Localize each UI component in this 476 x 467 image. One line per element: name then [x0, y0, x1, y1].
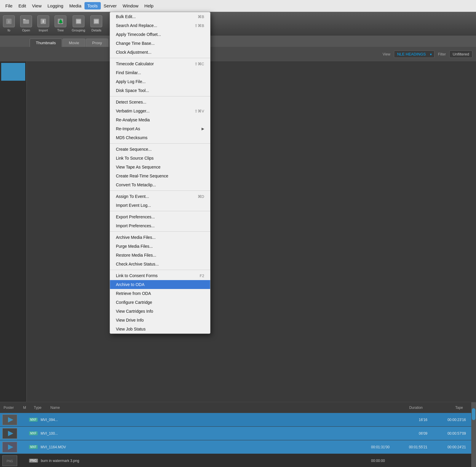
- table-row[interactable]: MXF MVI_1164.MOV 00:01:31'00 00:01:55'21…: [0, 440, 476, 454]
- scrollbar[interactable]: [471, 402, 476, 467]
- menu-shortcut-link-consent: F2: [200, 274, 204, 278]
- menu-item-apply-timecode[interactable]: Apply Timecode Offset...: [110, 30, 210, 39]
- bottom-panel: Poster M Type Name Duration Tape MXF MVI…: [0, 402, 476, 467]
- menu-item-apply-log[interactable]: Apply Log File...: [110, 77, 210, 86]
- table-row[interactable]: PNG PNG burn in watermark 3.png 00:00:00: [0, 454, 476, 467]
- menu-media[interactable]: Media: [66, 2, 84, 9]
- menu-item-view-tape[interactable]: View Tape As Sequence: [110, 163, 210, 171]
- menu-server[interactable]: Server: [101, 2, 120, 9]
- row2-name: MVI_100...: [41, 431, 219, 436]
- menu-item-create-sequence[interactable]: Create Sequence...: [110, 145, 210, 154]
- menu-item-restore-media[interactable]: Restore Media Files...: [110, 251, 210, 260]
- menu-separator: [110, 270, 210, 270]
- toolbar-tree-label: Tree: [57, 28, 64, 32]
- menu-item-clock-adjustment[interactable]: Clock Adjustment...: [110, 48, 210, 57]
- menu-window[interactable]: Window: [120, 2, 141, 9]
- toolbar-details[interactable]: Details: [90, 15, 102, 32]
- menu-arrow-re-import: ▶: [202, 127, 204, 131]
- tab-movie[interactable]: Movie: [63, 39, 85, 47]
- menu-item-link-source[interactable]: Link To Source Clips: [110, 154, 210, 163]
- menu-file[interactable]: File: [2, 2, 15, 9]
- nle-header: untitled View NLE HEADINGS Filter Unfilt…: [0, 47, 476, 62]
- menu-item-search-replace[interactable]: Search And Replace...⇧⌘B: [110, 21, 210, 30]
- menu-item-export-prefs[interactable]: Export Preferences...: [110, 212, 210, 221]
- menu-help[interactable]: Help: [141, 2, 156, 9]
- menu-item-label-find-similar: Find Similar...: [116, 70, 141, 75]
- menu-item-label-apply-log: Apply Log File...: [116, 79, 146, 84]
- menu-item-bulk-edit[interactable]: Bulk Edit...⌘B: [110, 12, 210, 21]
- menu-item-label-restore-media: Restore Media Files...: [116, 253, 156, 258]
- menu-item-convert-metaclip[interactable]: Convert To Metaclip...: [110, 180, 210, 189]
- view-label: View: [383, 52, 390, 56]
- menu-item-link-consent[interactable]: Link to Consent FormsF2: [110, 271, 210, 280]
- svg-text:⬇: ⬇: [41, 19, 45, 24]
- col-m: M: [23, 406, 29, 410]
- menu-item-create-realtime[interactable]: Create Real-Time Sequence: [110, 171, 210, 180]
- toolbar-info-label: fo: [7, 28, 10, 32]
- menu-item-purge-media[interactable]: Purge Media Files...: [110, 242, 210, 251]
- table-row[interactable]: MXF MVI_100... 06'09 00:00:57'09: [0, 427, 476, 440]
- menu-item-label-purge-media: Purge Media Files...: [116, 244, 153, 249]
- tools-menu: Bulk Edit...⌘BSearch And Replace...⇧⌘BAp…: [110, 12, 210, 334]
- menu-logging[interactable]: Logging: [44, 2, 66, 9]
- toolbar-import[interactable]: ⬇ Import: [37, 15, 49, 32]
- row1-name: MVI_094...: [41, 418, 219, 422]
- menu-item-label-apply-timecode: Apply Timecode Offset...: [116, 32, 161, 37]
- scrollbar-thumb: [472, 408, 475, 420]
- row4-type: PNG: [29, 459, 38, 463]
- menu-separator: [110, 58, 210, 58]
- menu-shortcut-bulk-edit: ⌘B: [198, 15, 204, 19]
- toolbar-tree[interactable]: 🌲 Tree: [55, 15, 66, 32]
- menu-item-label-view-tape: View Tape As Sequence: [116, 165, 161, 169]
- menu-item-view-drive[interactable]: View Drive Info: [110, 316, 210, 325]
- menu-item-assign-event[interactable]: Assign To Event...⌘D: [110, 192, 210, 201]
- menu-item-find-similar[interactable]: Find Similar...: [110, 68, 210, 77]
- table-row[interactable]: MXF MVI_094... 16'16 00:00:23'16: [0, 413, 476, 427]
- menu-tools[interactable]: Tools: [84, 2, 101, 9]
- menu-item-re-import[interactable]: Re-Import As▶: [110, 124, 210, 133]
- tab-thumbnails[interactable]: Thumbnails: [30, 39, 62, 47]
- row3-type: MXF: [29, 445, 38, 449]
- menu-item-label-search-replace: Search And Replace...: [116, 23, 157, 28]
- menu-item-label-re-import: Re-Import As: [116, 126, 140, 131]
- menu-item-detect-scenes[interactable]: Detect Scenes...: [110, 98, 210, 107]
- toolbar-import-label: Import: [39, 28, 48, 32]
- menu-item-archive-oda[interactable]: Archive to ODA: [110, 280, 210, 289]
- menu-item-label-disk-space: Disk Space Tool...: [116, 88, 149, 93]
- menu-item-label-archive-media: Archive Media Files...: [116, 235, 156, 240]
- left-panel-item: [1, 63, 25, 81]
- menu-item-view-job[interactable]: View Job Status: [110, 325, 210, 333]
- menu-edit[interactable]: Edit: [15, 2, 29, 9]
- menu-item-md5[interactable]: MD5 Checksums: [110, 133, 210, 142]
- menu-item-timecode-calc[interactable]: Timecode Calculator⇧⌘C: [110, 59, 210, 68]
- toolbar-details-label: Details: [91, 28, 101, 32]
- menu-item-configure-cartridge[interactable]: Configure Cartridge: [110, 298, 210, 307]
- tab-proxy[interactable]: Proxy: [86, 39, 108, 47]
- toolbar-grouping[interactable]: Grouping: [72, 15, 85, 32]
- menu-item-view-cartridges[interactable]: View Cartridges Info: [110, 307, 210, 316]
- menu-item-check-archive[interactable]: Check Archive Status...: [110, 260, 210, 269]
- svg-text:🌲: 🌲: [58, 19, 63, 24]
- menu-item-disk-space[interactable]: Disk Space Tool...: [110, 86, 210, 95]
- menubar: File Edit View Logging Media Tools Serve…: [0, 0, 476, 12]
- info-icon: i: [3, 15, 15, 27]
- menu-item-archive-media[interactable]: Archive Media Files...: [110, 233, 210, 242]
- toolbar-info[interactable]: i fo: [3, 15, 15, 32]
- menu-item-label-change-time-base: Change Time Base...: [116, 41, 155, 46]
- menu-item-import-event-log[interactable]: Import Event Log...: [110, 201, 210, 210]
- tabbar: Thumbnails Movie Proxy: [0, 36, 476, 47]
- nle-headings-dropdown[interactable]: NLE HEADINGS: [394, 50, 435, 58]
- menu-item-label-timecode-calc: Timecode Calculator: [116, 61, 154, 66]
- menu-item-verbatim-logger[interactable]: Verbatim Logger...⇧⌘V: [110, 107, 210, 115]
- row2-thumb: [2, 428, 17, 439]
- toolbar-open-label: Open: [22, 28, 30, 32]
- menu-item-import-prefs[interactable]: Import Preferences...: [110, 221, 210, 230]
- menu-item-label-view-cartridges: View Cartridges Info: [116, 309, 153, 314]
- menu-item-retrieve-oda[interactable]: Retrieve from ODA: [110, 289, 210, 298]
- menu-item-re-analyse[interactable]: Re-Analyse Media: [110, 115, 210, 124]
- menu-view[interactable]: View: [29, 2, 44, 9]
- menu-separator: [110, 143, 210, 144]
- toolbar: i fo Open ⬇ Import 🌲 Tree Grouping Detai…: [0, 12, 476, 36]
- menu-item-change-time-base[interactable]: Change Time Base...: [110, 39, 210, 48]
- toolbar-open[interactable]: Open: [20, 15, 32, 32]
